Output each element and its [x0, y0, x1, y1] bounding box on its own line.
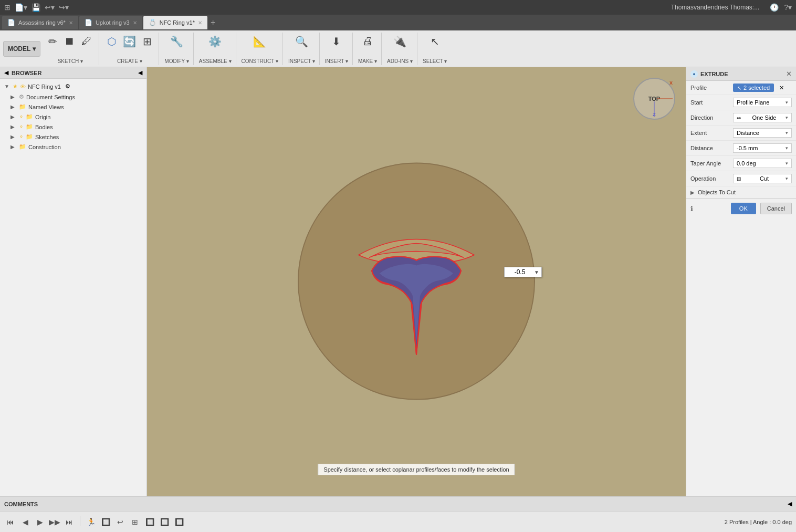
distance-field[interactable]: [507, 268, 533, 276]
direction-row: Direction ⇔ One Side ▾: [686, 110, 796, 126]
nav-play-btn[interactable]: ▶: [34, 516, 46, 528]
browser-back-icon[interactable]: ◀: [4, 69, 8, 76]
nav-separator: [80, 516, 80, 526]
compass-x-label: X: [669, 80, 673, 86]
cancel-button[interactable]: Cancel: [760, 203, 792, 214]
operation-value: Cut: [760, 175, 769, 182]
profile-value: 2 selected: [743, 85, 770, 91]
nav-last-btn[interactable]: ⏭: [63, 516, 76, 528]
objects-to-cut-row[interactable]: ▶ Objects To Cut: [686, 186, 796, 198]
grid-icon[interactable]: ⊞: [4, 3, 11, 12]
tool-5[interactable]: 🔲: [143, 516, 156, 528]
create-extrude-btn[interactable]: ⬡: [104, 34, 119, 49]
tab-add-button[interactable]: +: [211, 18, 215, 27]
named-views-label: Named Views: [28, 104, 64, 110]
start-chevron-icon: ▾: [785, 100, 788, 105]
save-icon[interactable]: 💾: [32, 3, 40, 12]
viewport[interactable]: TOP X Z: [147, 67, 686, 496]
tool-2[interactable]: 🔲: [99, 516, 112, 528]
assemble-btn[interactable]: ⚙️: [206, 34, 224, 49]
toolbar-modify: 🔧 MODIFY ▾: [160, 33, 193, 65]
nav-first-btn[interactable]: ⏮: [4, 516, 17, 528]
direction-chevron-icon: ▾: [785, 115, 788, 120]
clock-icon[interactable]: 🕐: [770, 3, 779, 12]
extent-chevron-icon: ▾: [785, 130, 788, 135]
extrude-title: ● EXTRUDE: [690, 70, 728, 78]
doc-settings-label: Document Settings: [26, 94, 75, 100]
tab-close-1[interactable]: ✕: [69, 20, 73, 26]
user-title: Thomasvandendries Thomas:...: [74, 4, 764, 11]
construct-btn[interactable]: 📐: [250, 34, 269, 49]
status-bar: ⏮ ◀ ▶ ▶▶ ⏭ 🏃 🔲 ↩ ⊞ 🔲 🔲 🔲 2 Profiles | An…: [0, 511, 796, 532]
direction-dropdown[interactable]: ⇔ One Side ▾: [733, 113, 792, 122]
make-btn[interactable]: 🖨: [360, 34, 375, 49]
addins-btn[interactable]: 🔌: [391, 34, 409, 49]
3d-shape: [290, 155, 542, 409]
tool-1[interactable]: 🏃: [85, 516, 97, 528]
redo-icon[interactable]: ↪▾: [59, 3, 69, 12]
profile-clear-icon[interactable]: ✕: [779, 85, 784, 91]
undo-icon[interactable]: ↩▾: [45, 3, 55, 12]
browser-item-bodies[interactable]: ▶ ⚬ 📁 Bodies: [0, 122, 146, 132]
browser-item-doc-settings[interactable]: ▶ ⚙ Document Settings: [0, 92, 146, 102]
sketches-label: Sketches: [35, 134, 59, 140]
tab-upkot-ring[interactable]: 📄 Upkot ring v3 ✕: [79, 16, 142, 29]
model-chevron: ▾: [33, 45, 36, 53]
extrude-info-dot: ●: [690, 70, 698, 78]
tool-4[interactable]: ⊞: [129, 516, 141, 528]
create-label: CREATE ▾: [117, 58, 142, 64]
compass[interactable]: TOP X Z: [633, 78, 675, 120]
create-revolve-btn[interactable]: 🔄: [120, 34, 139, 49]
browser-item-root[interactable]: ▼ ★ 👁 NFC Ring v1 ⚙: [0, 81, 146, 92]
select-btn[interactable]: ↖: [428, 34, 442, 49]
bodies-folder-icon: 📁: [26, 123, 33, 130]
tab-close-3[interactable]: ✕: [198, 20, 202, 26]
root-settings-icon[interactable]: ⚙: [65, 83, 70, 90]
tool-7[interactable]: 🔲: [173, 516, 185, 528]
ok-button[interactable]: OK: [731, 203, 756, 214]
bodies-label: Bodies: [35, 124, 53, 130]
file-menu-icon[interactable]: 📄▾: [15, 3, 27, 12]
tab-nfc-ring[interactable]: 💍 NFC Ring v1* ✕: [143, 16, 207, 29]
extent-dropdown[interactable]: Distance ▾: [733, 128, 792, 138]
browser-item-named-views[interactable]: ▶ 📁 Named Views: [0, 102, 146, 112]
extrude-panel: ● EXTRUDE ✕ Profile ↖ 2 selected ✕ Start…: [686, 67, 796, 496]
sketch-more-btn[interactable]: 🖊: [79, 34, 95, 49]
model-selector[interactable]: MODEL ▾: [3, 41, 40, 57]
tab-assassins-ring[interactable]: 📄 Assassins ring v6* ✕: [2, 16, 78, 29]
tool-6[interactable]: 🔲: [158, 516, 171, 528]
modify-btn[interactable]: 🔧: [167, 34, 186, 49]
create-more-btn[interactable]: ⊞: [140, 34, 154, 49]
sketch-create-btn[interactable]: ✏: [46, 34, 60, 49]
browser-item-sketches[interactable]: ▶ ⚬ 📁 Sketches: [0, 132, 146, 142]
footer-info-icon[interactable]: ℹ: [690, 205, 693, 213]
tab-close-2[interactable]: ✕: [133, 20, 137, 26]
make-label: MAKE ▾: [358, 58, 377, 64]
sketch-label: SKETCH ▾: [58, 58, 83, 64]
tab-icon-2: 📄: [85, 19, 92, 26]
tab-label-1: Assassins ring v6*: [18, 19, 66, 26]
profile-cursor-icon: ↖: [737, 85, 741, 91]
distance-dropdown-arrow[interactable]: ▼: [534, 269, 539, 275]
browser-collapse-icon[interactable]: ◀: [138, 69, 142, 76]
sketch-stop-btn[interactable]: ⏹: [61, 34, 77, 49]
start-dropdown[interactable]: Profile Plane ▾: [733, 98, 792, 107]
extrude-close-icon[interactable]: ✕: [786, 70, 792, 78]
operation-dropdown[interactable]: ⊟ Cut ▾: [733, 174, 792, 183]
nav-prev-btn[interactable]: ◀: [19, 516, 32, 528]
comments-collapse-icon[interactable]: ◀: [788, 500, 792, 507]
taper-dropdown[interactable]: 0.0 deg ▾: [733, 159, 792, 168]
browser-item-construction[interactable]: ▶ 📁 Construction: [0, 142, 146, 152]
objects-to-cut-label: Objects To Cut: [698, 189, 736, 195]
browser-item-origin[interactable]: ▶ ⚬ 📁 Origin: [0, 112, 146, 122]
extent-row: Extent Distance ▾: [686, 126, 796, 141]
browser-tree: ▼ ★ 👁 NFC Ring v1 ⚙ ▶ ⚙ Document Setting…: [0, 79, 146, 154]
inspect-btn[interactable]: 🔍: [292, 34, 311, 49]
tool-3[interactable]: ↩: [114, 516, 127, 528]
insert-btn[interactable]: ⬇: [329, 34, 343, 49]
nav-next-btn[interactable]: ▶▶: [48, 516, 61, 528]
profile-label: Profile: [690, 85, 730, 91]
distance-dropdown[interactable]: -0.5 mm ▾: [733, 143, 792, 153]
help-icon[interactable]: ?▾: [784, 3, 792, 12]
addins-label: ADD-INS ▾: [387, 58, 413, 64]
